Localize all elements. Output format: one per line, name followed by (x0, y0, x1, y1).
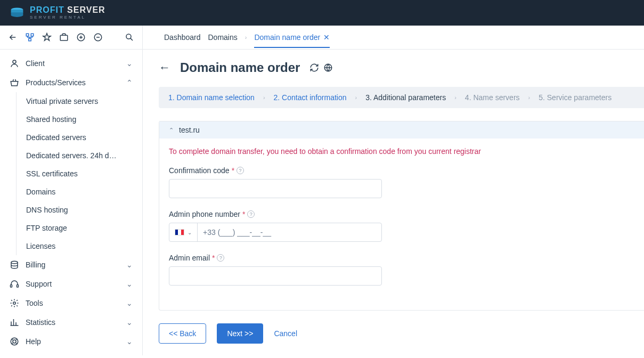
cancel-button[interactable]: Cancel (274, 329, 297, 338)
help-icon[interactable]: ? (217, 254, 224, 262)
app-header: PROFIT SERVER SERVER RENTAL (0, 0, 644, 26)
sidebar-item-billing[interactable]: Billing ⌄ (0, 255, 142, 274)
chevron-down-icon: ⌄ (126, 299, 133, 307)
tree-icon[interactable] (21, 29, 38, 46)
next-button[interactable]: Next >> (217, 323, 263, 344)
sub-dedicated24h[interactable]: Dedicated servers. 24h d… (17, 147, 142, 165)
chevron-right-icon: › (355, 94, 357, 101)
wizard-steps: 1. Domain name selection › 2. Contact in… (159, 87, 644, 108)
star-icon[interactable] (38, 29, 55, 46)
lifebuoy-icon (10, 337, 19, 346)
basket-icon (10, 78, 19, 87)
close-tab-icon[interactable]: ✕ (323, 33, 330, 42)
brand-tagline: SERVER RENTAL (30, 15, 105, 20)
svg-point-14 (13, 340, 16, 343)
headset-icon (10, 279, 19, 289)
admin-email-label: Admin email (169, 254, 210, 262)
breadcrumb-domain-order[interactable]: Domain name order ✕ (254, 27, 330, 48)
svg-rect-10 (11, 285, 12, 288)
step-4: 4. Name servers (465, 93, 520, 102)
main-content: ← Domain name order 1. Domain name selec… (143, 50, 644, 355)
required-marker: * (212, 254, 215, 262)
refresh-icon[interactable] (309, 63, 319, 72)
sub-shared[interactable]: Shared hosting (17, 110, 142, 128)
sub-licenses[interactable]: Licenses (17, 237, 142, 255)
confirmation-code-input[interactable] (169, 179, 382, 198)
transfer-warning: To complete domain transfer, you need to… (159, 147, 644, 156)
sub-dedicated[interactable]: Dedicated servers (17, 128, 142, 147)
chevron-right-icon: › (245, 34, 247, 40)
chevron-right-icon: › (263, 94, 265, 101)
coins-icon (10, 260, 19, 270)
breadcrumb-dashboard[interactable]: Dashboard (164, 27, 201, 48)
svg-rect-3 (29, 38, 31, 41)
chevron-down-icon: ⌄ (126, 59, 133, 68)
back-arrow-icon[interactable] (4, 29, 21, 46)
svg-point-9 (11, 261, 18, 264)
sub-domains[interactable]: Domains (17, 183, 142, 201)
sidebar-item-statistics[interactable]: Statistics ⌄ (0, 313, 142, 332)
flag-france-icon (175, 229, 184, 235)
briefcase-icon[interactable] (55, 29, 72, 46)
sub-dns[interactable]: DNS hosting (17, 201, 142, 219)
form-panel: ⌃ test.ru To complete domain transfer, y… (159, 121, 644, 311)
sidebar: Client ⌄ Products/Services ⌃ Virtual pri… (0, 50, 143, 355)
chevron-down-icon: ⌄ (126, 318, 133, 327)
minus-circle-icon[interactable] (89, 29, 107, 46)
confirmation-code-label: Confirmation code (169, 166, 230, 175)
admin-phone-input[interactable] (198, 228, 381, 237)
chevron-up-icon: ⌃ (169, 127, 174, 134)
help-icon[interactable]: ? (247, 210, 255, 218)
svg-point-8 (13, 60, 16, 63)
user-icon (10, 59, 19, 68)
form-actions: << Back Next >> Cancel (159, 323, 644, 344)
chevron-right-icon: › (454, 94, 456, 101)
globe-icon[interactable] (323, 63, 333, 72)
svg-rect-11 (17, 285, 19, 288)
chevron-right-icon: › (528, 94, 531, 101)
chevron-down-icon: ⌄ (188, 230, 192, 235)
toolbar: Dashboard Domains › Domain name order ✕ (0, 26, 644, 50)
sidebar-item-support[interactable]: Support ⌄ (0, 274, 142, 294)
brand-name-2: SERVER (64, 5, 105, 14)
svg-point-7 (126, 34, 131, 39)
chevron-down-icon: ⌄ (126, 261, 133, 269)
sidebar-item-tools[interactable]: Tools ⌄ (0, 294, 142, 313)
sub-vps[interactable]: Virtual private servers (17, 92, 142, 110)
svg-point-12 (13, 302, 16, 305)
chevron-down-icon: ⌄ (126, 280, 133, 288)
chevron-up-icon: ⌃ (126, 78, 133, 87)
svg-rect-2 (31, 34, 34, 36)
svg-rect-4 (60, 35, 68, 40)
sub-ftp[interactable]: FTP storage (17, 219, 142, 237)
sidebar-item-products[interactable]: Products/Services ⌃ (0, 73, 142, 92)
step-3: 3. Additional parameters (365, 93, 446, 102)
step-5: 5. Service parameters (539, 93, 612, 102)
required-marker: * (242, 210, 245, 218)
domain-accordion-header[interactable]: ⌃ test.ru (159, 121, 644, 139)
sub-ssl[interactable]: SSL certificates (17, 165, 142, 183)
chevron-down-icon: ⌄ (126, 337, 133, 346)
server-stack-icon (10, 7, 25, 19)
page-back-arrow[interactable]: ← (159, 61, 170, 75)
breadcrumb-domains[interactable]: Domains (208, 27, 238, 48)
help-icon[interactable]: ? (237, 167, 244, 174)
page-title: Domain name order (180, 60, 300, 75)
back-button[interactable]: << Back (159, 323, 206, 344)
gear-icon (10, 298, 19, 308)
svg-rect-1 (26, 34, 29, 36)
phone-country-selector[interactable]: ⌄ (169, 223, 198, 241)
step-2[interactable]: 2. Contact information (274, 93, 347, 102)
admin-phone-label: Admin phone number (169, 210, 240, 218)
sidebar-item-help[interactable]: Help ⌄ (0, 332, 142, 351)
search-icon[interactable] (121, 29, 138, 46)
admin-email-input[interactable] (169, 266, 382, 286)
sidebar-item-client[interactable]: Client ⌄ (0, 54, 142, 73)
domain-name: test.ru (179, 126, 200, 134)
brand-logo[interactable]: PROFIT SERVER SERVER RENTAL (10, 6, 105, 20)
plus-circle-icon[interactable] (72, 29, 89, 46)
step-1[interactable]: 1. Domain name selection (168, 93, 255, 102)
chart-icon (10, 318, 19, 327)
brand-name-1: PROFIT (30, 5, 64, 14)
products-submenu: Virtual private servers Shared hosting D… (16, 92, 142, 255)
